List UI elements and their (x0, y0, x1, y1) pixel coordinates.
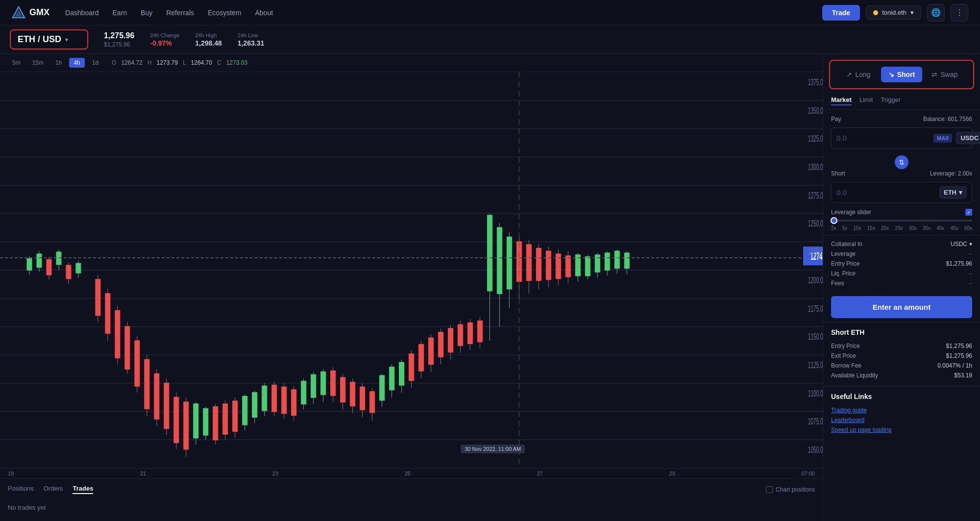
svg-rect-90 (399, 363, 404, 385)
enter-amount-button[interactable]: Enter an amount (831, 296, 972, 318)
swap-direction-button[interactable]: ⇅ (895, 155, 908, 169)
tab-swap[interactable]: ⇄ Swap (924, 67, 965, 82)
pair-selector[interactable]: ETH / USD ▾ (10, 29, 88, 50)
tf-1d[interactable]: 1d (88, 58, 103, 68)
tf-1h[interactable]: 1h (51, 58, 66, 68)
svg-rect-124 (565, 256, 570, 276)
collateral-token: USDC (951, 241, 967, 248)
svg-rect-116 (526, 245, 531, 280)
pay-token-select[interactable]: USDC ▾ (956, 132, 980, 144)
short-field-row: Short Leverage: 2.00x (831, 170, 972, 177)
short-borrow-value: 0.0047% / 1h (937, 362, 972, 369)
wallet-button[interactable]: tonid.eth ▾ (866, 5, 921, 20)
tf-15m[interactable]: 15m (28, 58, 48, 68)
tick-30x: 30x (909, 225, 917, 231)
pay-input[interactable] (836, 134, 930, 142)
order-tab-limit[interactable]: Limit (859, 95, 873, 105)
short-arrow-icon: ↘ (888, 71, 894, 78)
svg-rect-30 (105, 294, 110, 333)
short-exit-row: Exit Price $1,275.96 (831, 351, 972, 361)
short-entry-value: $1,275.96 (946, 343, 972, 349)
order-tab-trigger[interactable]: Trigger (881, 95, 901, 105)
x-label-07: 07:00 (801, 471, 815, 476)
svg-rect-18 (37, 254, 42, 267)
svg-rect-60 (252, 393, 257, 417)
tab-positions[interactable]: Positions (8, 485, 34, 494)
leverage-checkbox[interactable]: ✓ (965, 209, 972, 216)
svg-rect-36 (135, 341, 140, 386)
link-trading-guide[interactable]: Trading guide (831, 405, 972, 415)
short-input-group: ETH ▾ (831, 182, 972, 203)
x-label-29: 29 (669, 471, 675, 476)
short-token-select[interactable]: ETH ▾ (939, 186, 967, 198)
tf-4h[interactable]: 4h (69, 58, 84, 68)
ohlc-low: 1264.70 (191, 59, 212, 66)
collateral-value[interactable]: USDC ▾ (951, 241, 972, 248)
collateral-label: Collateral In (831, 241, 862, 248)
x-axis: 19 21 23 25 27 29 07:00 (0, 468, 823, 478)
chart-positions-label: Chart positions (776, 486, 815, 493)
tab-swap-label: Swap (940, 71, 957, 78)
ticker-bar: ETH / USD ▾ 1,275.96 $1,275.96 24h Chang… (0, 25, 980, 54)
liq-price-value: – (969, 270, 972, 277)
pay-token-label: USDC (960, 134, 979, 142)
leverage-slider-thumb[interactable] (831, 217, 837, 224)
ohlc-info: O 1264.72 H 1273.79 L 1264.70 C 1273.03 (112, 59, 247, 66)
more-icon: ⋮ (956, 8, 963, 17)
chevron-down-icon: ▾ (910, 9, 914, 16)
nav-earn[interactable]: Earn (113, 7, 127, 19)
link-speed-up[interactable]: Speed up page loading (831, 425, 972, 435)
ohlc-high-label: H (147, 59, 152, 66)
bottom-tabs: Positions Orders Trades Chart positions (8, 485, 815, 494)
svg-rect-112 (507, 237, 512, 289)
chart-positions-toggle[interactable]: Chart positions (766, 486, 815, 493)
svg-rect-92 (409, 354, 414, 380)
tab-trades[interactable]: Trades (73, 485, 93, 494)
balance-label: Balance: (923, 116, 946, 123)
short-input[interactable] (836, 188, 935, 197)
nav-buy[interactable]: Buy (141, 7, 152, 19)
svg-rect-110 (497, 227, 502, 294)
nav-ecosystem[interactable]: Ecosystem (208, 7, 241, 19)
svg-rect-118 (536, 248, 541, 280)
fees-value: – (969, 280, 972, 287)
link-leaderboard[interactable]: Leaderboard (831, 415, 972, 425)
nav-dashboard[interactable]: Dashboard (65, 7, 99, 19)
menu-icon-button[interactable]: ⋮ (951, 4, 968, 22)
collateral-row: Collateral In USDC ▾ (831, 239, 972, 249)
leverage-section-label: Leverage slider (831, 209, 871, 216)
trade-button[interactable]: Trade (822, 5, 860, 21)
svg-rect-52 (213, 407, 218, 440)
nav-referrals[interactable]: Referrals (166, 7, 194, 19)
svg-rect-76 (331, 371, 336, 396)
nav-about[interactable]: About (255, 7, 273, 19)
chart-positions-checkbox[interactable] (766, 486, 773, 493)
logo[interactable]: GMX (12, 6, 49, 20)
network-icon-button[interactable]: 🌐 (927, 4, 945, 22)
useful-links-section: Useful Links Trading guide Leaderboard S… (823, 386, 980, 441)
order-type-tabs: Market Limit Trigger (823, 93, 980, 110)
tick-35x: 35x (923, 225, 931, 231)
tab-short[interactable]: ↘ Short (881, 67, 922, 82)
leverage-slider-track[interactable] (831, 220, 972, 222)
short-borrow-label: Borrow Fee (831, 362, 861, 369)
tab-orders[interactable]: Orders (44, 485, 63, 494)
swap-direction-wrap: ⇅ (823, 155, 980, 169)
ticker-price: 1,275.96 (104, 31, 134, 40)
ticker-price-stat: 1,275.96 $1,275.96 (104, 31, 134, 48)
tab-long[interactable]: ↗ Long (838, 67, 879, 82)
ticker-change-stat: 24h Change -0.97% (150, 32, 179, 47)
short-liquidity-value: $53.19 (954, 372, 972, 379)
svg-rect-132 (605, 253, 610, 270)
leverage-display: Leverage: 2.00x (930, 170, 972, 177)
tab-long-label: Long (855, 71, 870, 78)
svg-rect-106 (477, 321, 482, 342)
x-label-23: 23 (272, 471, 278, 476)
svg-text:1125.00: 1125.00 (808, 360, 823, 370)
svg-rect-108 (487, 215, 492, 291)
tf-5m[interactable]: 5m (8, 58, 25, 68)
max-button[interactable]: MAX (933, 134, 952, 143)
fees-row: Fees – (831, 278, 972, 288)
svg-rect-64 (272, 385, 277, 412)
order-tab-market[interactable]: Market (831, 95, 852, 105)
